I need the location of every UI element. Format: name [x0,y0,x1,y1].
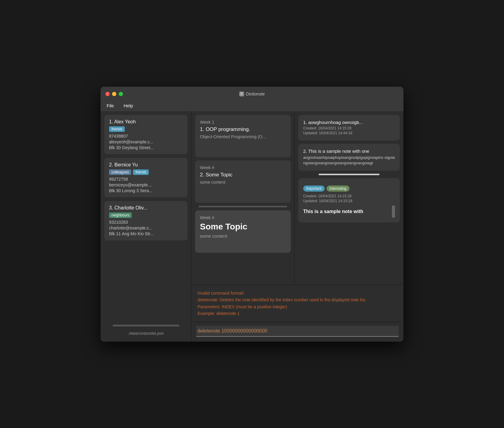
contact-phone-2: 99272758 [109,177,183,182]
app-icon: D [239,92,244,96]
note-title-1: 1. OOP programming. [200,126,286,132]
menu-bar: File Help [101,101,403,111]
sidebar-footer: ./data/contactslist.json [104,330,187,338]
contact-tags-1: friends [109,126,183,132]
notes-list-scrollbar[interactable] [199,206,287,207]
maximize-button[interactable] [119,92,123,96]
error-line-3: Parameters: INDEX (must be a positive in… [197,303,397,310]
note-week-3: Week # [200,215,286,220]
contact-name-1: 1. Alex Yeoh [109,119,183,125]
note-week-1: Week 1 [200,120,286,125]
detail-card-1[interactable]: 1. aowghournhoag ownoigb... Created: 16/… [298,115,400,141]
contact-email-2: berniceyu@example.... [109,182,183,187]
traffic-lights [105,92,123,96]
contact-address-1: Blk 30 Geylang Street... [109,145,183,150]
error-line-4: Example: deletenote 1 [197,310,397,317]
notes-detail[interactable]: 1. aowghournhoag ownoigb... Created: 16/… [294,111,403,285]
note-content-3: some content [200,233,286,239]
contact-card-2[interactable]: 2. Bernice Yu colleagues friends 9927275… [104,158,187,197]
detail-note-title-1: 1. aowghournhoag ownoigb... [303,120,395,125]
command-input-area [191,322,403,342]
menu-file[interactable]: File [105,102,115,109]
error-line-1: Invalid command format! [197,290,397,296]
note-content-2: some content [200,180,286,185]
detail-card-3[interactable]: Important Interesting Created: 16/04/202… [298,178,400,222]
note-card-1[interactable]: Week 1 1. OOP programming. Object-Orient… [195,115,291,157]
close-button[interactable] [105,92,110,96]
contact-phone-1: 87438807 [109,134,183,139]
tag-friends-1: friends [109,126,125,132]
main-layout: 1. Alex Yeoh friends 87438807 alexyeoh@e… [101,111,403,342]
note-week-2: Week # [200,165,286,170]
tag-friends-2: friends [133,169,149,175]
detail-created-1: Created: 16/04/2021 14:15:28 [303,126,395,130]
notes-detail-scrollbar[interactable] [319,174,380,175]
detail-card-2[interactable]: 2. This is a sample note with one aognoh… [298,144,400,171]
title-bar: D Dictionote [101,87,403,101]
error-panel: Invalid command format! deletenote: Dele… [191,285,403,322]
contact-tags-3: neighbours [109,212,183,218]
detail-updated-3: Updated: 16/04/2021 14:15:28 [303,199,395,203]
detail-tags-3: Important Interesting [303,186,395,192]
command-input[interactable] [196,326,399,337]
contact-email-1: alexyeoh@example.c... [109,139,183,144]
bottom-area: Invalid command format! deletenote: Dele… [191,285,403,342]
detail-content-2a: aognohsanhipsaiphspisangnsdpigspignsapin… [303,155,395,166]
tag-important: Important [303,186,325,192]
contact-phone-3: 93210283 [109,220,183,225]
detail-created-3: Created: 16/04/2021 14:15:28 [303,194,395,198]
sidebar-scrollbar[interactable] [113,325,179,326]
note-card-3[interactable]: Week # Some Topic some content [195,210,291,253]
notes-panel: Week 1 1. OOP programming. Object-Orient… [191,111,403,342]
app-title: D Dictionote [239,92,265,96]
scroll-indicator [392,206,395,218]
note-card-2[interactable]: Week # 2. Some Topic some content [195,160,291,203]
notes-list[interactable]: Week 1 1. OOP programming. Object-Orient… [191,111,294,285]
contact-tags-2: colleagues friends [109,169,183,175]
detail-note-title-3: This is a sample note with [303,209,363,214]
contact-address-3: Blk 11 Ang Mo Kio Str... [109,231,183,236]
contact-name-3: 3. Charlotte Oliv... [109,205,183,211]
detail-updated-1: Updated: 16/04/2021 14:44:18 [303,131,395,135]
sidebar: 1. Alex Yeoh friends 87438807 alexyeoh@e… [101,111,191,342]
contact-email-3: charlotte@example.c... [109,226,183,230]
tag-colleagues-2: colleagues [109,169,131,175]
note-content-1: Object-Oriented Programming (O... [200,134,286,139]
error-line-2: deletenote: Deletes the note identified … [197,296,397,303]
minimize-button[interactable] [112,92,116,96]
contact-card-3[interactable]: 3. Charlotte Oliv... neighbours 93210283… [104,201,187,240]
notes-content: Week 1 1. OOP programming. Object-Orient… [191,111,403,285]
note-title-3: Some Topic [200,222,286,232]
contact-address-2: Blk 30 Lorong 3 Sera... [109,188,183,193]
detail-note-title-2: 2. This is a sample note with one [303,149,395,154]
menu-help[interactable]: Help [122,102,134,109]
app-window: D Dictionote File Help 1. Alex Yeoh frie… [101,87,403,342]
tag-neighbours-3: neighbours [109,212,132,218]
tag-interesting: Interesting [327,186,350,192]
app-title-text: Dictionote [246,92,265,96]
contact-card-1[interactable]: 1. Alex Yeoh friends 87438807 alexyeoh@e… [104,115,187,154]
contact-name-2: 2. Bernice Yu [109,162,183,168]
note-title-2: 2. Some Topic [200,172,286,178]
